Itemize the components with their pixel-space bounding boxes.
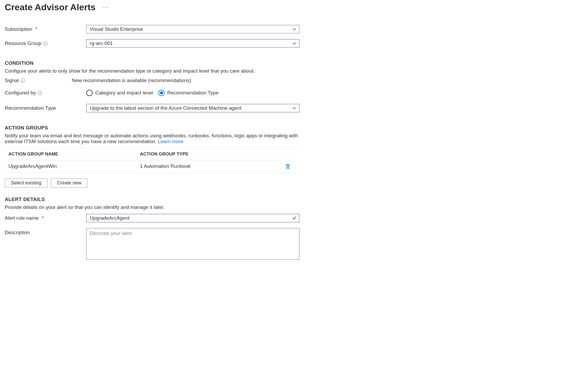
checkmark-icon — [292, 216, 297, 220]
configured-by-label: Configured by — [5, 90, 36, 96]
resource-group-value: rg-arc-001 — [90, 41, 113, 46]
learn-more-link[interactable]: Learn more — [158, 139, 183, 144]
chevron-down-icon — [292, 27, 296, 31]
recommendation-type-value: Upgrade to the latest version of the Azu… — [90, 105, 242, 111]
description-label: Description — [5, 230, 30, 235]
description-textarea[interactable] — [86, 228, 299, 260]
radio-category-impact[interactable]: Category and impact level — [86, 90, 153, 96]
radio-unchecked-icon — [86, 90, 93, 96]
info-icon[interactable]: i — [38, 91, 42, 95]
chevron-down-icon — [292, 106, 296, 110]
action-group-type: 1 Automation Runbook — [140, 163, 280, 169]
page-title: Create Advisor Alerts — [5, 2, 96, 12]
resource-group-label: Resource Group — [5, 41, 41, 46]
recommendation-type-dropdown[interactable]: Upgrade to the latest version of the Azu… — [86, 104, 299, 112]
chevron-down-icon — [292, 41, 296, 46]
subscription-label: Subscription — [5, 26, 32, 32]
signal-value: New recommendation is available (recomme… — [72, 78, 191, 83]
subscription-value: Visual Studio Enterprise — [90, 26, 143, 32]
more-actions-button[interactable]: ··· — [103, 4, 109, 10]
action-groups-desc: Notify your team via email and text mess… — [5, 133, 299, 144]
radio-rectype-label: Recommendation Type — [167, 90, 219, 96]
recommendation-type-label: Recommendation Type — [5, 105, 56, 111]
alert-details-desc: Provide details on your alert so that yo… — [5, 204, 299, 210]
info-icon[interactable]: i — [43, 41, 48, 46]
select-existing-button[interactable]: Select existing — [5, 178, 47, 188]
subscription-dropdown[interactable]: Visual Studio Enterprise — [86, 25, 299, 33]
action-groups-heading: ACTION GROUPS — [5, 125, 583, 131]
radio-checked-icon — [158, 90, 165, 96]
required-indicator: * — [36, 26, 37, 32]
action-groups-table: ACTION GROUP NAME ACTION GROUP TYPE Upgr… — [5, 148, 299, 173]
action-group-name: UpgradeArcAgentWin — [8, 163, 140, 169]
col-action-group-type: ACTION GROUP TYPE — [140, 152, 280, 157]
table-row: UpgradeArcAgentWin 1 Automation Runbook — [5, 160, 299, 173]
alert-rule-name-label: Alert rule name — [5, 215, 39, 221]
resource-group-dropdown[interactable]: rg-arc-001 — [86, 39, 299, 48]
alert-rule-name-input[interactable] — [86, 214, 299, 222]
delete-icon[interactable] — [285, 163, 290, 169]
alert-details-heading: ALERT DETAILS — [5, 197, 583, 202]
create-new-button[interactable]: Create new — [51, 178, 87, 188]
required-indicator: * — [42, 215, 44, 221]
radio-recommendation-type[interactable]: Recommendation Type — [158, 90, 219, 96]
col-action-group-name: ACTION GROUP NAME — [8, 152, 140, 157]
signal-label: Signal — [5, 78, 19, 83]
condition-heading: CONDITION — [5, 60, 583, 66]
info-icon[interactable]: i — [21, 78, 25, 83]
condition-desc: Configure your alerts to only show for t… — [5, 68, 299, 74]
radio-category-label: Category and impact level — [95, 90, 153, 96]
